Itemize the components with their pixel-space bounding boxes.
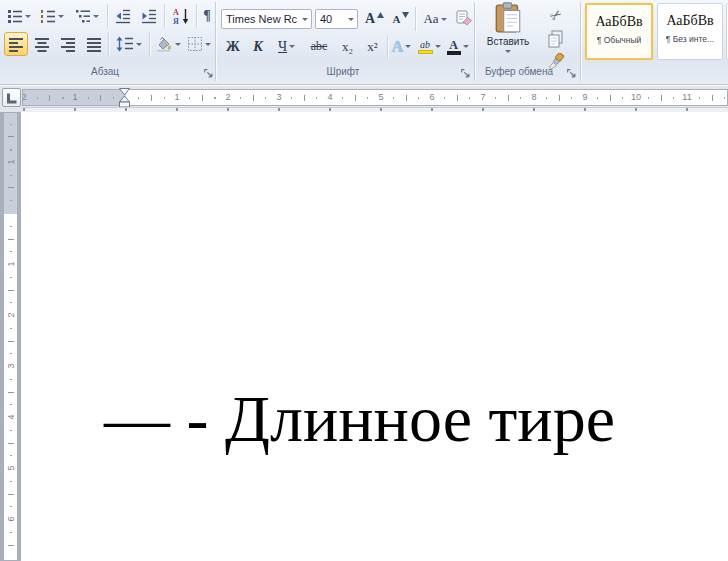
shading-button[interactable] — [153, 32, 183, 56]
change-case-button[interactable]: Аа — [419, 7, 451, 31]
bullet-list-icon — [7, 8, 23, 24]
ruler-number: 2 — [5, 309, 17, 322]
copy-icon — [547, 30, 565, 48]
font-size-combobox[interactable]: 40 — [315, 9, 358, 29]
vertical-ruler[interactable]: 1 1 2 3 4 5 6 — [3, 112, 18, 561]
strikethrough-button[interactable]: abc — [305, 35, 333, 58]
font-color-button[interactable]: А — [445, 35, 470, 58]
ruler-number: 2 — [22, 91, 30, 104]
ruler-number: 1 — [5, 156, 17, 169]
ruler-dots — [10, 226, 12, 556]
separator — [149, 32, 150, 56]
ruler-number: 5 — [5, 462, 17, 475]
text-effects-label: А — [392, 38, 404, 56]
text-effects-button[interactable]: А — [389, 35, 414, 58]
chevron-down-icon[interactable] — [298, 10, 311, 28]
ruler-number: 1 — [171, 91, 183, 104]
sort-button[interactable]: А Я — [168, 4, 194, 28]
align-center-button[interactable] — [30, 32, 54, 56]
align-left-button[interactable] — [4, 32, 28, 56]
ruler-number: 9 — [579, 91, 591, 104]
ruler-number: 1 — [5, 258, 17, 271]
text-line-1: — - Длинное тире — [104, 379, 615, 459]
numbering-button[interactable] — [37, 4, 67, 28]
ruler-number: 7 — [477, 91, 489, 104]
numbered-list-icon — [40, 8, 56, 24]
ruler-number: 5 — [375, 91, 387, 104]
shrink-font-button[interactable]: А — [389, 7, 413, 31]
separator — [108, 32, 109, 56]
decrease-indent-button[interactable] — [111, 4, 135, 28]
align-right-button[interactable] — [56, 32, 80, 56]
ruler-number: 6 — [5, 513, 17, 526]
ruler-number: 11 — [681, 91, 693, 104]
multilevel-list-button[interactable] — [70, 4, 104, 28]
chevron-down-icon — [405, 45, 411, 48]
style-no-spacing[interactable]: АаБбВв ¶ Без инте... — [657, 3, 723, 60]
ribbon: А Я ¶ — [0, 0, 728, 85]
group-separator — [215, 2, 216, 81]
ruler-strip: 2 1 1 2 3 4 5 6 7 8 9 10 11 — [0, 86, 728, 112]
svg-text:А: А — [173, 8, 179, 17]
separator — [415, 7, 416, 31]
underline-button[interactable]: Ч — [271, 35, 302, 58]
bullets-button[interactable] — [4, 4, 34, 28]
clipboard-icon — [494, 2, 522, 34]
align-center-icon — [34, 36, 50, 52]
chevron-down-icon — [58, 15, 64, 18]
clear-formatting-icon — [455, 10, 473, 26]
chevron-down-icon — [25, 15, 31, 18]
font-group-label: Шрифт — [283, 66, 403, 79]
increase-indent-button[interactable] — [137, 4, 161, 28]
align-left-icon — [8, 36, 24, 52]
chevron-down-icon — [463, 45, 469, 48]
chevron-down-icon[interactable] — [344, 10, 357, 28]
clear-formatting-button[interactable] — [452, 6, 476, 30]
show-formatting-marks-button[interactable]: ¶ — [199, 4, 215, 28]
borders-button[interactable] — [185, 32, 213, 56]
shrink-font-label: А — [393, 13, 401, 25]
font-name-value: Times New Rc — [222, 10, 298, 28]
grow-font-label: А — [365, 11, 375, 27]
underline-label: Ч — [278, 39, 287, 55]
highlight-button[interactable]: ab — [415, 35, 443, 58]
paragraph-dialog-launcher[interactable] — [202, 67, 214, 79]
copy-button[interactable] — [544, 28, 568, 50]
clipboard-group-label: Буфер обмена — [473, 66, 565, 79]
style-sample: АаБбВв — [587, 14, 651, 29]
scissors-icon: ✂ — [547, 5, 566, 25]
subscript-button[interactable]: x₂ — [336, 35, 359, 58]
left-tab-icon — [6, 92, 18, 104]
style-name: ¶ Без инте... — [658, 34, 722, 44]
paste-button[interactable]: Вставить — [480, 2, 536, 64]
bold-button[interactable]: Ж — [221, 35, 245, 58]
dialog-launcher-icon — [203, 68, 214, 79]
superscript-button[interactable]: x² — [361, 35, 384, 58]
style-name: ¶ Обычный — [587, 35, 651, 45]
chevron-down-icon — [289, 45, 295, 48]
chevron-down-icon — [441, 18, 447, 21]
cut-button[interactable]: ✂ — [544, 4, 568, 26]
chevron-down-icon — [435, 45, 441, 48]
dialog-launcher-icon — [566, 68, 577, 79]
grow-font-button[interactable]: А — [362, 7, 387, 31]
sort-az-icon: А Я — [172, 7, 190, 25]
justify-button[interactable] — [82, 32, 106, 56]
line-spacing-button[interactable] — [112, 32, 146, 56]
font-name-combobox[interactable]: Times New Rc — [221, 9, 312, 29]
font-dialog-launcher[interactable] — [459, 67, 471, 79]
ruler-number: 2 — [222, 91, 234, 104]
justify-icon — [86, 36, 102, 52]
italic-button[interactable]: К — [247, 35, 269, 58]
highlight-icon: ab — [418, 39, 433, 54]
chevron-down-icon — [205, 43, 211, 46]
ruler-number: 4 — [324, 91, 336, 104]
style-normal[interactable]: АаБбВв ¶ Обычный — [585, 3, 653, 60]
style-sample: АаБбВв — [658, 13, 722, 28]
tab-selector[interactable] — [2, 88, 21, 107]
clipboard-dialog-launcher[interactable] — [565, 67, 577, 79]
ruler-number: 3 — [273, 91, 285, 104]
ruler-number: 1 — [69, 91, 81, 104]
svg-text:Я: Я — [173, 17, 179, 25]
caret-up-icon — [377, 12, 384, 18]
